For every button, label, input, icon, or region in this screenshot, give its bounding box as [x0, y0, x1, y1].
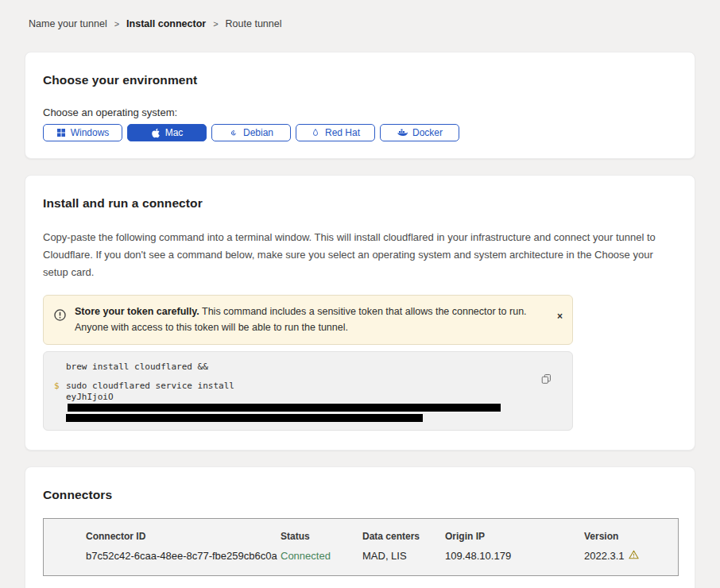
col-header-version: Version [584, 531, 678, 542]
install-description: Copy-paste the following command into a … [43, 229, 677, 281]
token-warning-bold: Store your token carefully. [75, 306, 199, 317]
code-line-token-2 [54, 413, 540, 422]
code-line-token: eyJhIjoiO [54, 392, 540, 414]
breadcrumb-separator: > [114, 19, 119, 29]
origin-ip-value: 109.48.10.179 [445, 550, 584, 562]
os-button-label: Red Hat [325, 127, 360, 138]
install-command-code-block: brew install cloudflared && $ sudo cloud… [43, 351, 573, 431]
code-gutter [54, 392, 66, 414]
debian-icon [229, 128, 238, 137]
docker-icon [397, 128, 408, 137]
col-header-status: Status [281, 531, 362, 542]
col-header-origin-ip: Origin IP [445, 531, 584, 542]
col-header-connector-id: Connector ID [86, 531, 281, 542]
os-button-debian[interactable]: Debian [211, 124, 291, 141]
os-button-label: Mac [165, 127, 184, 138]
connectors-table-header: Connector ID Status Data centers Origin … [86, 531, 678, 542]
breadcrumb: Name your tunnel > Install connector > R… [0, 0, 720, 29]
code-token-visible: eyJhIjoiO [66, 392, 540, 414]
status-badge: Connected [281, 550, 362, 562]
shell-prompt: $ [54, 381, 66, 392]
choose-environment-title: Choose your environment [43, 73, 677, 87]
connector-row: b7c52c42-6caa-48ee-8c77-fbe259cb6c0a Con… [86, 550, 678, 562]
os-button-label: Docker [412, 127, 443, 138]
close-icon[interactable]: × [557, 311, 563, 322]
breadcrumb-separator: > [213, 19, 218, 29]
os-button-docker[interactable]: Docker [380, 124, 459, 141]
os-button-redhat[interactable]: Red Hat [296, 124, 375, 141]
choose-environment-card: Choose your environment Choose an operat… [25, 52, 695, 159]
code-gutter [54, 362, 66, 373]
os-button-windows[interactable]: Windows [43, 124, 122, 141]
code-line-sudo: $ sudo cloudflared service install [54, 381, 540, 392]
code-line-brew: brew install cloudflared && [54, 362, 540, 373]
col-header-data-centers: Data centers [362, 531, 445, 542]
token-warning-text: Store your token carefully. This command… [75, 304, 557, 335]
copy-icon[interactable] [541, 373, 552, 387]
breadcrumb-install-connector[interactable]: Install connector [126, 18, 206, 29]
breadcrumb-route-tunnel[interactable]: Route tunnel [226, 18, 282, 29]
breadcrumb-name-your-tunnel[interactable]: Name your tunnel [29, 18, 107, 29]
code-text: brew install cloudflared && [66, 362, 208, 373]
connectors-table: Connector ID Status Data centers Origin … [43, 518, 679, 576]
install-connector-card: Install and run a connector Copy-paste t… [25, 175, 695, 451]
alert-circle-icon [54, 309, 66, 324]
redhat-icon [311, 128, 320, 137]
connectors-card: Connectors Connector ID Status Data cent… [25, 466, 695, 588]
os-button-mac[interactable]: Mac [127, 124, 207, 141]
version-warning-icon [629, 550, 639, 562]
connectors-title: Connectors [43, 488, 677, 502]
apple-icon [151, 128, 161, 138]
os-button-label: Windows [71, 127, 110, 138]
os-button-label: Debian [243, 127, 273, 138]
os-select-label: Choose an operating system: [43, 106, 677, 118]
code-gutter [54, 413, 66, 422]
connector-id-value: b7c52c42-6caa-48ee-8c77-fbe259cb6c0a [86, 550, 281, 562]
install-connector-title: Install and run a connector [43, 196, 677, 211]
redacted-token-bar [68, 404, 501, 412]
data-centers-value: MAD, LIS [362, 550, 445, 562]
code-text: sudo cloudflared service install [66, 381, 234, 392]
windows-icon [56, 128, 66, 137]
redacted-token-bar [66, 414, 423, 422]
version-value: 2022.3.1 [584, 550, 678, 562]
token-warning-banner: Store your token carefully. This command… [43, 295, 573, 345]
os-button-group: Windows Mac Debian [43, 124, 677, 141]
